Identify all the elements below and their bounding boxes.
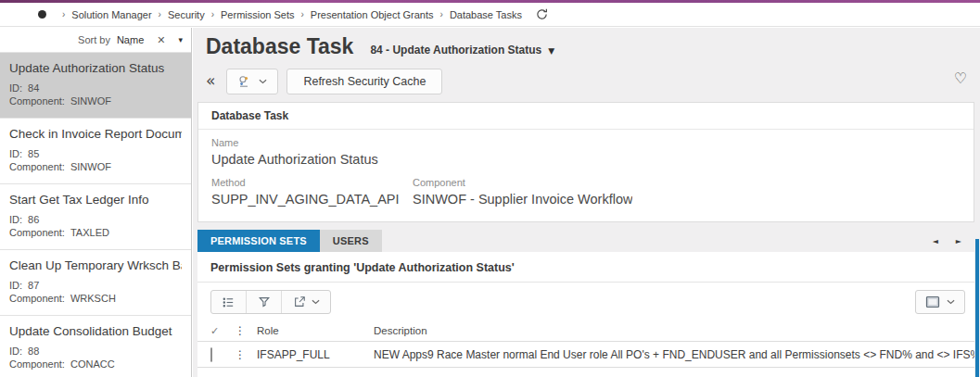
sort-by-label: Sort by — [78, 34, 110, 45]
sort-field-value[interactable]: Name ˆ — [117, 34, 144, 45]
list-item-title: Update Consolidation Budget — [9, 324, 182, 338]
component-label: Component: — [9, 227, 65, 238]
cell-role: IFSAPP_FULL — [257, 348, 374, 361]
table-row[interactable]: ⋮ IFSAPP_FULL NEW Apps9 Race Master norm… — [197, 342, 974, 368]
id-value: 87 — [28, 280, 39, 291]
component-value: CONACC — [70, 358, 115, 370]
component-label: Component: — [9, 161, 65, 172]
stamp-dropdown-button[interactable] — [226, 69, 278, 94]
export-icon — [293, 295, 306, 308]
id-value: 85 — [28, 148, 39, 159]
clear-sort-icon[interactable]: ✕ — [157, 34, 165, 46]
breadcrumb-item-permission-sets[interactable]: Permission Sets — [221, 9, 294, 20]
breadcrumb-item-solution-manager[interactable]: Solution Manager — [71, 9, 151, 20]
refresh-icon[interactable] — [535, 7, 549, 21]
method-field-value: SUPP_INV_AGING_DATA_API.START... — [211, 192, 400, 207]
id-label: ID: — [9, 82, 22, 94]
cell-description: NEW Apps9 Race Master normal End User ro… — [374, 348, 974, 361]
page-title: Database Task — [206, 34, 353, 59]
breadcrumb-separator: › — [440, 9, 443, 19]
command-bar: « Refresh Security Cache ♡ — [206, 68, 967, 94]
id-label: ID: — [9, 280, 22, 291]
sidebar: Sort by Name ˆ ✕ ▾ Update Authorization … — [0, 28, 192, 377]
app-dot-icon — [38, 10, 46, 19]
list-item-title: Start Get Tax Ledger Info — [9, 193, 182, 207]
chevron-down-icon — [259, 79, 267, 84]
list-item-title: Update Authorization Status — [9, 61, 182, 75]
breadcrumb-item-presentation-object-grants[interactable]: Presentation Object Grants — [311, 9, 434, 20]
stamp-icon — [237, 75, 250, 88]
tab-scroll-right-icon[interactable]: ► — [956, 237, 961, 245]
chevron-down-icon — [947, 299, 955, 305]
view-options-button[interactable] — [915, 290, 965, 314]
column-header-description[interactable]: Description — [374, 325, 974, 336]
breadcrumb-separator: › — [159, 9, 161, 19]
id-label: ID: — [9, 214, 22, 225]
list-item-title: Clean Up Temporary Wrksch Ba... — [9, 258, 182, 272]
sort-caret-icon[interactable]: ▾ — [178, 35, 183, 44]
favorite-heart-icon[interactable]: ♡ — [954, 69, 967, 87]
sort-ascending-icon: ˆ — [128, 44, 133, 54]
method-field-label: Method — [211, 177, 400, 188]
table-view-icon — [925, 295, 940, 308]
name-field-value: Update Authorization Status — [211, 152, 961, 167]
card-title: Database Task — [198, 103, 974, 130]
list-item-update-authorization-status[interactable]: Update Authorization Status ID:84 Compon… — [0, 53, 191, 119]
filter-button[interactable] — [247, 291, 282, 313]
vertical-scrollbar[interactable] — [975, 239, 979, 377]
export-dropdown-button[interactable] — [282, 291, 330, 313]
table-header-row: ✓ ⋮ Role Description — [197, 320, 974, 342]
sort-bar: Sort by Name ˆ ✕ ▾ — [0, 28, 191, 53]
id-value: 88 — [28, 346, 39, 357]
component-label: Component: — [9, 95, 65, 107]
list-icon — [222, 295, 235, 309]
list-item-clean-up-temporary-wrksch[interactable]: Clean Up Temporary Wrksch Ba... ID:87 Co… — [0, 250, 191, 316]
component-value: SINWOF — [70, 95, 111, 107]
breadcrumb-bar: › Solution Manager › Security › Permissi… — [0, 3, 980, 27]
id-label: ID: — [9, 346, 22, 357]
list-item-title: Check in Invoice Report Docume... — [9, 127, 182, 141]
tab-strip: PERMISSION SETS USERS ◄ ► — [197, 230, 974, 252]
id-label: ID: — [9, 148, 22, 159]
component-field-value: SINWOF - Supplier Invoice Workflow — [413, 192, 632, 207]
id-value: 86 — [28, 214, 39, 225]
breadcrumb-separator: › — [62, 9, 65, 19]
component-value: WRKSCH — [70, 293, 116, 304]
component-value: SINWOF — [70, 161, 111, 172]
component-label: Component: — [9, 358, 65, 370]
id-value: 84 — [28, 82, 39, 94]
component-label: Component: — [9, 293, 65, 304]
breadcrumb-separator: › — [211, 9, 214, 19]
header-kebab-icon[interactable]: ⋮ — [235, 324, 257, 337]
tab-users[interactable]: USERS — [320, 230, 382, 252]
breadcrumb-separator: › — [301, 9, 304, 19]
row-kebab-icon[interactable]: ⋮ — [235, 348, 257, 361]
record-selector[interactable]: 84 - Update Authorization Status — [370, 44, 541, 57]
tab-permission-sets[interactable]: PERMISSION SETS — [197, 230, 320, 252]
breadcrumb-item-database-tasks[interactable]: Database Tasks — [450, 9, 522, 20]
table-toolbar — [197, 283, 974, 320]
record-selector-caret-icon[interactable]: ▼ — [548, 46, 554, 56]
refresh-security-cache-button[interactable]: Refresh Security Cache — [286, 69, 442, 94]
column-header-role[interactable]: Role — [257, 325, 374, 336]
list-item-update-consolidation-budget[interactable]: Update Consolidation Budget ID:88 Compon… — [0, 316, 191, 377]
panel-title: Permission Sets granting 'Update Authori… — [197, 252, 974, 283]
name-field-label: Name — [211, 137, 961, 148]
database-task-card: Database Task Name Update Authorization … — [197, 102, 974, 222]
component-field-label: Component — [413, 177, 632, 188]
component-value: TAXLED — [70, 227, 109, 238]
main-content: Database Task 84 - Update Authorization … — [193, 28, 980, 377]
list-item-start-get-tax-ledger-info[interactable]: Start Get Tax Ledger Info ID:86 Componen… — [0, 184, 191, 250]
collapse-panel-icon[interactable]: « — [206, 73, 215, 89]
select-all-check-icon[interactable]: ✓ — [210, 325, 235, 337]
list-view-button[interactable] — [211, 291, 247, 313]
permission-sets-panel: Permission Sets granting 'Update Authori… — [197, 252, 974, 377]
filter-icon — [258, 295, 271, 308]
page-head: Database Task 84 - Update Authorization … — [206, 34, 967, 59]
breadcrumb-item-security[interactable]: Security — [168, 9, 205, 20]
list-item-check-in-invoice-report[interactable]: Check in Invoice Report Docume... ID:85 … — [0, 119, 191, 184]
tab-scroll-left-icon[interactable]: ◄ — [933, 237, 938, 245]
chevron-down-icon — [312, 299, 320, 305]
row-checkbox[interactable] — [210, 347, 212, 362]
